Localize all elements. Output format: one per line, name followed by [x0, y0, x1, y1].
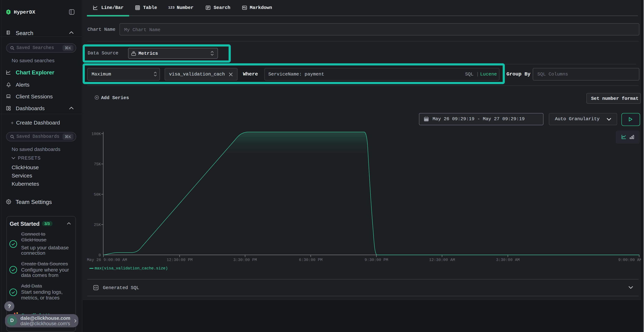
- svg-text:3:30:00 PM: 3:30:00 PM: [233, 258, 257, 262]
- svg-text:75K: 75K: [94, 162, 101, 166]
- svg-text:12:30:00 PM: 12:30:00 PM: [166, 258, 192, 262]
- svg-text:9:30:00 PM: 9:30:00 PM: [364, 258, 388, 262]
- svg-text:3:30:00 AM: 3:30:00 AM: [496, 258, 520, 262]
- svg-text:0: 0: [98, 253, 101, 258]
- svg-text:9:00:00 AM: 9:00:00 AM: [618, 258, 641, 262]
- svg-text:50K: 50K: [94, 192, 101, 197]
- svg-text:25K: 25K: [94, 223, 101, 227]
- svg-text:100K: 100K: [92, 132, 101, 136]
- svg-text:6:30:00 PM: 6:30:00 PM: [299, 258, 322, 262]
- svg-text:May 26 9:00:00 AM: May 26 9:00:00 AM: [87, 258, 127, 262]
- svg-text:12:30:00 AM: 12:30:00 AM: [429, 258, 455, 262]
